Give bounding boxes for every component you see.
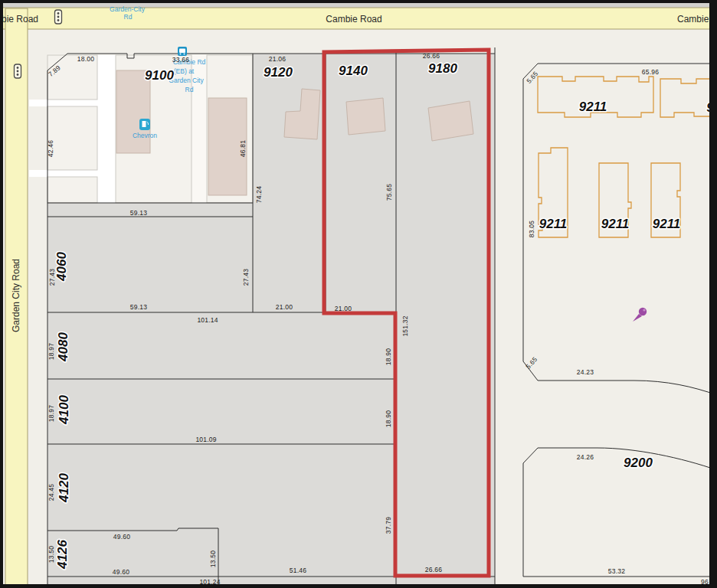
traffic-light-icon [15,64,21,78]
dimension-labels-item: 101.09 [195,436,216,443]
lot-number-labels-item: 9211 [579,100,607,114]
traffic-light-icon [55,10,62,24]
dimension-labels-item: 18.97 [47,343,55,360]
dimension-labels-item: 59.13 [130,209,147,217]
poi-labels-item: Garden City [169,77,204,84]
dimension-labels-item: 18.90 [385,348,392,365]
dimension-labels-item: 49.60 [113,568,129,576]
dimension-labels-item: 27.43 [242,269,250,286]
lot-number-labels-item: 4080 [56,332,70,362]
dimension-labels-item: 151.32 [401,315,409,336]
bus-stop-icon [178,47,187,56]
dimension-labels-item: 46.81 [239,140,247,157]
map-viewport[interactable]: Garden-CityRdCambie Rd(EB) atGarden City… [0,0,717,588]
dimension-labels-item: 24.26 [577,453,594,461]
dimension-labels-item: 101.14 [197,316,218,324]
lot-number-labels-item: 4060 [54,252,69,282]
lot-number-labels-item: 9100 [145,68,174,83]
dimension-labels-item: 18.90 [385,410,392,427]
lot-number-labels-item: 9120 [264,65,293,80]
poi-labels-item: Chevron [133,132,157,139]
dimension-labels-item: 13.50 [209,550,217,567]
lot-number-labels-item: 9200 [624,456,653,470]
dimension-labels-item: 51.46 [290,567,306,574]
lot-number-labels-item: 4126 [55,540,70,570]
road-labels-item: Garden City Road [11,259,21,332]
road-labels-item: bie Road [2,14,38,24]
lot-number-labels-item: 4120 [57,473,71,503]
lot-number-labels-item: 4100 [57,395,71,425]
dimension-labels-item: 75.65 [385,184,393,201]
dimension-labels-item: 24.45 [47,484,55,501]
poi-labels-item: (EB) at [174,67,195,75]
dimension-labels-item: 18.00 [77,55,94,63]
dimension-labels-item: 13.50 [47,546,55,563]
map-canvas[interactable]: Garden-CityRdCambie Rd(EB) atGarden City… [0,0,717,588]
poi-labels-item: Rd [124,13,133,21]
lot-number-labels-item: 9140 [339,64,368,78]
poi-labels-item: Rd [185,86,194,93]
building-9140 [346,98,385,135]
dimension-labels-item: 59.13 [130,303,147,311]
dimension-labels-item: 21.06 [269,55,286,63]
poi-labels-item: Garden-City [110,5,146,13]
dimension-labels-item: 18.97 [47,405,55,422]
dimension-labels-item: 33.66 [172,56,189,64]
dimension-labels-item: 26.66 [423,52,440,60]
dimension-labels-item: 83.05 [528,220,535,237]
dimension-labels-item: 26.66 [425,566,442,573]
driveway [97,55,116,203]
dimension-labels-item: 21.00 [335,305,352,312]
dimension-labels-item: 21.00 [276,303,293,311]
building-chevron [116,70,150,153]
fuel-pump-icon [139,119,150,130]
lot-number-labels-item: 9211 [653,217,681,231]
dimension-labels-item: 65.96 [642,68,659,76]
lot-number-labels-item: 9211 [601,217,630,231]
dimension-labels-item: 24.23 [577,368,594,376]
building-9180 [428,101,473,141]
dimension-labels-item: 42.46 [47,140,54,157]
dimension-labels-item: 49.60 [113,533,130,541]
lot-number-labels-item: 9180 [428,61,457,76]
dimension-labels-item: 37.79 [385,517,392,534]
dimension-labels-item: 74.24 [255,186,263,203]
dimension-labels-item: 53.32 [608,567,625,575]
lot-number-labels-item: 9211 [539,217,568,231]
road-labels-item: Cambie Road [326,14,381,24]
